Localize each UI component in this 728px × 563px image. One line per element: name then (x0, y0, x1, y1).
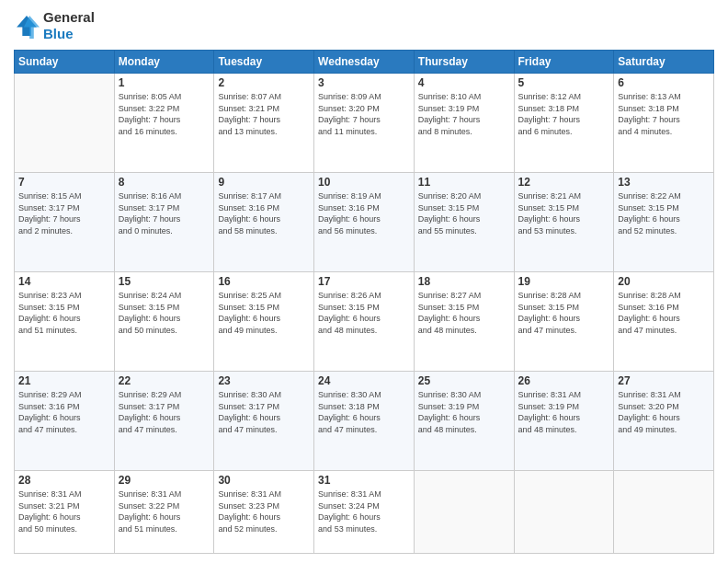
calendar-day-cell: 19Sunrise: 8:28 AM Sunset: 3:15 PM Dayli… (514, 271, 614, 371)
calendar-header-monday: Monday (114, 51, 214, 74)
calendar-day-cell (514, 470, 614, 553)
calendar-week-row: 7Sunrise: 8:15 AM Sunset: 3:17 PM Daylig… (15, 172, 714, 271)
calendar-week-row: 28Sunrise: 8:31 AM Sunset: 3:21 PM Dayli… (15, 470, 714, 553)
calendar-day-cell: 25Sunrise: 8:30 AM Sunset: 3:19 PM Dayli… (414, 371, 514, 470)
day-number: 7 (18, 176, 110, 189)
day-number: 5 (518, 76, 610, 89)
calendar-day-cell: 1Sunrise: 8:05 AM Sunset: 3:22 PM Daylig… (114, 74, 214, 173)
day-number: 21 (18, 374, 110, 387)
day-number: 25 (418, 374, 510, 387)
calendar-day-cell: 23Sunrise: 8:30 AM Sunset: 3:17 PM Dayli… (214, 371, 314, 470)
day-number: 24 (318, 374, 410, 387)
day-info: Sunrise: 8:09 AM Sunset: 3:20 PM Dayligh… (318, 91, 410, 137)
day-info: Sunrise: 8:25 AM Sunset: 3:15 PM Dayligh… (218, 290, 310, 336)
logo: General Blue (14, 9, 95, 42)
day-info: Sunrise: 8:20 AM Sunset: 3:15 PM Dayligh… (418, 190, 510, 236)
day-info: Sunrise: 8:26 AM Sunset: 3:15 PM Dayligh… (318, 290, 410, 336)
day-number: 20 (618, 275, 710, 288)
calendar-day-cell: 20Sunrise: 8:28 AM Sunset: 3:16 PM Dayli… (614, 271, 714, 371)
day-info: Sunrise: 8:31 AM Sunset: 3:24 PM Dayligh… (318, 488, 410, 534)
day-info: Sunrise: 8:16 AM Sunset: 3:17 PM Dayligh… (119, 190, 210, 236)
calendar-day-cell: 14Sunrise: 8:23 AM Sunset: 3:15 PM Dayli… (15, 271, 115, 371)
day-info: Sunrise: 8:30 AM Sunset: 3:19 PM Dayligh… (418, 389, 510, 435)
calendar-header-thursday: Thursday (414, 51, 514, 74)
day-info: Sunrise: 8:05 AM Sunset: 3:22 PM Dayligh… (119, 91, 210, 137)
calendar-day-cell: 22Sunrise: 8:29 AM Sunset: 3:17 PM Dayli… (114, 371, 214, 470)
calendar-week-row: 14Sunrise: 8:23 AM Sunset: 3:15 PM Dayli… (15, 271, 714, 371)
calendar-day-cell: 6Sunrise: 8:13 AM Sunset: 3:18 PM Daylig… (614, 74, 714, 173)
day-info: Sunrise: 8:21 AM Sunset: 3:15 PM Dayligh… (518, 190, 610, 236)
day-number: 9 (218, 176, 310, 189)
calendar-day-cell (414, 470, 514, 553)
day-info: Sunrise: 8:31 AM Sunset: 3:19 PM Dayligh… (518, 389, 610, 435)
day-info: Sunrise: 8:31 AM Sunset: 3:20 PM Dayligh… (618, 389, 710, 435)
day-number: 26 (518, 374, 610, 387)
day-info: Sunrise: 8:12 AM Sunset: 3:18 PM Dayligh… (518, 91, 610, 137)
day-info: Sunrise: 8:29 AM Sunset: 3:16 PM Dayligh… (18, 389, 110, 435)
day-number: 4 (418, 76, 510, 89)
day-info: Sunrise: 8:22 AM Sunset: 3:15 PM Dayligh… (618, 190, 710, 236)
calendar-day-cell: 26Sunrise: 8:31 AM Sunset: 3:19 PM Dayli… (514, 371, 614, 470)
calendar-day-cell: 11Sunrise: 8:20 AM Sunset: 3:15 PM Dayli… (414, 172, 514, 271)
day-info: Sunrise: 8:27 AM Sunset: 3:15 PM Dayligh… (418, 290, 510, 336)
day-info: Sunrise: 8:07 AM Sunset: 3:21 PM Dayligh… (218, 91, 310, 137)
calendar-day-cell: 3Sunrise: 8:09 AM Sunset: 3:20 PM Daylig… (314, 74, 415, 173)
calendar-table: SundayMondayTuesdayWednesdayThursdayFrid… (14, 50, 714, 554)
day-number: 27 (618, 374, 710, 387)
calendar-day-cell: 17Sunrise: 8:26 AM Sunset: 3:15 PM Dayli… (314, 271, 415, 371)
calendar-day-cell: 15Sunrise: 8:24 AM Sunset: 3:15 PM Dayli… (114, 271, 214, 371)
logo-icon (14, 13, 40, 39)
calendar-header-tuesday: Tuesday (214, 51, 314, 74)
calendar-day-cell: 12Sunrise: 8:21 AM Sunset: 3:15 PM Dayli… (514, 172, 614, 271)
calendar-day-cell: 29Sunrise: 8:31 AM Sunset: 3:22 PM Dayli… (114, 470, 214, 553)
calendar-day-cell: 9Sunrise: 8:17 AM Sunset: 3:16 PM Daylig… (214, 172, 314, 271)
calendar-day-cell: 21Sunrise: 8:29 AM Sunset: 3:16 PM Dayli… (15, 371, 115, 470)
day-info: Sunrise: 8:31 AM Sunset: 3:22 PM Dayligh… (119, 488, 210, 534)
day-number: 17 (318, 275, 410, 288)
day-number: 30 (218, 474, 310, 487)
day-number: 18 (418, 275, 510, 288)
calendar-week-row: 21Sunrise: 8:29 AM Sunset: 3:16 PM Dayli… (15, 371, 714, 470)
day-number: 13 (618, 176, 710, 189)
day-number: 12 (518, 176, 610, 189)
day-number: 3 (318, 76, 410, 89)
day-number: 1 (119, 76, 210, 89)
calendar-header-friday: Friday (514, 51, 614, 74)
calendar-day-cell: 31Sunrise: 8:31 AM Sunset: 3:24 PM Dayli… (314, 470, 415, 553)
calendar-day-cell: 5Sunrise: 8:12 AM Sunset: 3:18 PM Daylig… (514, 74, 614, 173)
day-info: Sunrise: 8:30 AM Sunset: 3:18 PM Dayligh… (318, 389, 410, 435)
day-info: Sunrise: 8:15 AM Sunset: 3:17 PM Dayligh… (18, 190, 110, 236)
calendar-day-cell: 27Sunrise: 8:31 AM Sunset: 3:20 PM Dayli… (614, 371, 714, 470)
calendar-week-row: 1Sunrise: 8:05 AM Sunset: 3:22 PM Daylig… (15, 74, 714, 173)
logo-text: General Blue (43, 9, 95, 42)
day-number: 14 (18, 275, 110, 288)
day-info: Sunrise: 8:31 AM Sunset: 3:21 PM Dayligh… (18, 488, 110, 534)
day-info: Sunrise: 8:31 AM Sunset: 3:23 PM Dayligh… (218, 488, 310, 534)
calendar-day-cell (15, 74, 115, 173)
calendar-header-wednesday: Wednesday (314, 51, 415, 74)
calendar-header-row: SundayMondayTuesdayWednesdayThursdayFrid… (15, 51, 714, 74)
day-number: 19 (518, 275, 610, 288)
day-number: 31 (318, 474, 410, 487)
page: General Blue SundayMondayTuesdayWednesda… (0, 0, 728, 563)
day-info: Sunrise: 8:28 AM Sunset: 3:15 PM Dayligh… (518, 290, 610, 336)
day-number: 10 (318, 176, 410, 189)
calendar-day-cell: 18Sunrise: 8:27 AM Sunset: 3:15 PM Dayli… (414, 271, 514, 371)
day-info: Sunrise: 8:23 AM Sunset: 3:15 PM Dayligh… (18, 290, 110, 336)
calendar-day-cell: 16Sunrise: 8:25 AM Sunset: 3:15 PM Dayli… (214, 271, 314, 371)
calendar-day-cell: 28Sunrise: 8:31 AM Sunset: 3:21 PM Dayli… (15, 470, 115, 553)
day-info: Sunrise: 8:24 AM Sunset: 3:15 PM Dayligh… (119, 290, 210, 336)
calendar-header-sunday: Sunday (15, 51, 115, 74)
day-number: 23 (218, 374, 310, 387)
calendar-day-cell: 24Sunrise: 8:30 AM Sunset: 3:18 PM Dayli… (314, 371, 415, 470)
calendar-day-cell: 7Sunrise: 8:15 AM Sunset: 3:17 PM Daylig… (15, 172, 115, 271)
calendar-header-saturday: Saturday (614, 51, 714, 74)
day-number: 8 (119, 176, 210, 189)
day-number: 11 (418, 176, 510, 189)
day-info: Sunrise: 8:30 AM Sunset: 3:17 PM Dayligh… (218, 389, 310, 435)
calendar-day-cell (614, 470, 714, 553)
day-info: Sunrise: 8:17 AM Sunset: 3:16 PM Dayligh… (218, 190, 310, 236)
day-number: 16 (218, 275, 310, 288)
day-info: Sunrise: 8:13 AM Sunset: 3:18 PM Dayligh… (618, 91, 710, 137)
day-number: 22 (119, 374, 210, 387)
